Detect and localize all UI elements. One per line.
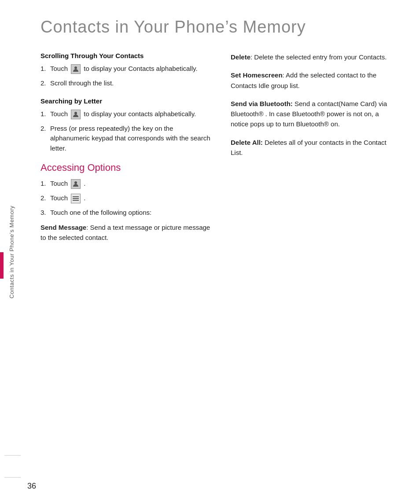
sidebar: Contacts in Your Phone’s Memory: [0, 0, 23, 504]
svg-point-0: [74, 66, 77, 69]
list-content: Touch to display your Contacts alphabeti…: [50, 64, 213, 74]
delete-para: Delete: Delete the selected entry from y…: [231, 52, 398, 62]
list-num: 2.: [41, 124, 50, 134]
delete-all-para: Delete All: Deletes all of your contacts…: [231, 137, 398, 158]
set-homescreen-term: Set Homescreen: [231, 71, 283, 79]
list-content: Touch to display your contacts alphabeti…: [50, 109, 213, 119]
sidebar-accent: [0, 252, 4, 279]
list-num: 3.: [41, 208, 50, 218]
list-item: 1. Touch to display your contacts alphab…: [41, 109, 213, 119]
list-content: Touch .: [50, 179, 213, 189]
left-column: Scrolling Through Your Contacts 1. Touch…: [41, 52, 213, 250]
set-homescreen-para: Set Homescreen: Add the selected contact…: [231, 70, 398, 91]
delete-text: : Delete the selected entry from your Co…: [251, 53, 387, 61]
list-content: Touch one of the following options:: [50, 208, 213, 218]
list-item: 1. Touch .: [41, 179, 213, 189]
delete-all-term: Delete All:: [231, 139, 263, 146]
sidebar-label: Contacts in Your Phone’s Memory: [8, 206, 15, 298]
section1-title: Scrolling Through Your Contacts: [41, 52, 213, 59]
list-num: 1.: [41, 109, 50, 119]
send-bluetooth-term: Send via Bluetooth:: [231, 100, 293, 107]
svg-point-2: [74, 181, 77, 184]
list-num: 1.: [41, 64, 50, 74]
list-item: 2. Press (or press repeatedly) the key o…: [41, 124, 213, 154]
main-content: Contacts in Your Phone’s Memory Scrollin…: [23, 0, 420, 268]
section2-title: Searching by Letter: [41, 97, 213, 105]
page-title: Contacts in Your Phone’s Memory: [41, 18, 398, 37]
list-item: 3. Touch one of the following options:: [41, 208, 213, 218]
list-content: Touch .: [50, 193, 213, 203]
menu-icon: [71, 194, 81, 203]
section3-title: Accessing Options: [41, 162, 213, 173]
send-bluetooth-para: Send via Bluetooth: Send a contact(Name …: [231, 99, 398, 129]
columns-container: Scrolling Through Your Contacts 1. Touch…: [41, 52, 398, 250]
list-item: 2. Scroll through the list.: [41, 78, 213, 88]
send-message-term: Send Message: [41, 224, 86, 231]
list-item: 1. Touch to display your Contacts alphab…: [41, 64, 213, 74]
sidebar-line-bottom: [4, 477, 21, 478]
list-content: Scroll through the list.: [50, 78, 213, 88]
person-icon: [71, 179, 81, 189]
list-num: 1.: [41, 179, 50, 189]
person-icon: [71, 64, 81, 74]
list-num: 2.: [41, 78, 50, 88]
svg-point-1: [74, 112, 77, 114]
send-message-para: Send Message: Send a text message or pic…: [41, 222, 213, 243]
list-num: 2.: [41, 193, 50, 203]
sidebar-line-top: [4, 455, 21, 456]
delete-term: Delete: [231, 53, 251, 61]
list-content: Press (or press repeatedly) the key on t…: [50, 124, 213, 154]
list-item: 2. Touch .: [41, 193, 213, 203]
person-icon: [71, 110, 81, 119]
page-number: 36: [27, 482, 36, 491]
right-column: Delete: Delete the selected entry from y…: [231, 52, 398, 250]
